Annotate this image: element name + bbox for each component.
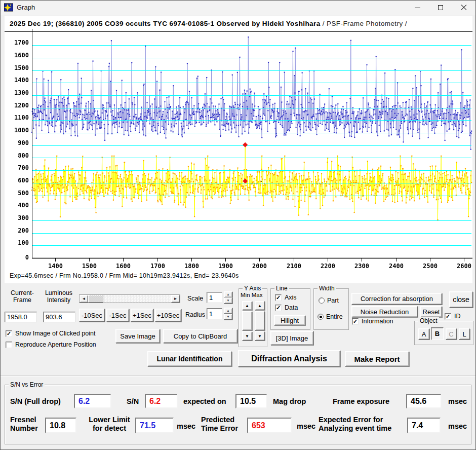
- scale-up-button[interactable]: ▲: [224, 291, 232, 297]
- ymin-up-button[interactable]: ▲: [242, 301, 252, 310]
- min-max-label: Min Max: [241, 292, 262, 298]
- predicted-time-error-label: PredictedTime Error: [201, 416, 238, 433]
- chart-title-main: 2025 Dec 19; (366810) 2005 CO39 occults …: [10, 20, 321, 27]
- expected-on-label: expected on: [183, 397, 226, 406]
- msec-label-1: msec: [448, 397, 467, 406]
- radius-down-button[interactable]: ▼: [224, 314, 232, 320]
- luminous-intensity-input[interactable]: 903.6: [43, 312, 75, 322]
- scrollbar-right-arrow[interactable]: ►: [171, 295, 180, 303]
- minus-10sec-button[interactable]: -10Sec: [79, 309, 105, 322]
- minimize-icon: [415, 8, 420, 8]
- fresnel-number-label: FresnelNumber: [10, 416, 38, 433]
- make-report-button[interactable]: Make Report: [345, 351, 409, 366]
- current-frame-input[interactable]: 1958.0: [5, 312, 37, 322]
- object-l-button[interactable]: L: [459, 328, 470, 340]
- current-frame-label: Current-Frame: [5, 289, 40, 304]
- y-axis-group: Y Axis Min Max ▲ ▼ ▲ ▼: [239, 288, 267, 347]
- sn-label: S/N: [127, 397, 139, 406]
- frame-exposure-field[interactable]: 45.6: [406, 394, 442, 408]
- maximize-icon: [438, 5, 443, 10]
- mag-drop-label: Mag drop: [273, 397, 306, 406]
- hilight-button[interactable]: Hilight: [274, 315, 305, 325]
- ymin-down-button[interactable]: ▼: [242, 331, 252, 341]
- 3d-image-button[interactable]: [3D] Image: [270, 331, 313, 345]
- object-a-button[interactable]: A: [418, 328, 429, 340]
- panel-separator: [1, 376, 475, 377]
- plus-10sec-button[interactable]: +10Sec: [155, 309, 181, 322]
- lower-limit-field[interactable]: 71.5: [135, 418, 174, 433]
- diffraction-analysis-button[interactable]: Diffraction Analysis: [238, 350, 340, 367]
- plus-1sec-button[interactable]: +1Sec: [131, 309, 153, 322]
- data-checkbox[interactable]: ✓ Data: [275, 305, 298, 311]
- reset-button[interactable]: Reset: [420, 306, 442, 317]
- fresnel-number-field[interactable]: 10.8: [45, 418, 76, 433]
- expected-error-label: Expected Error forAnalyzing event time: [319, 416, 391, 433]
- sn-field[interactable]: 6.2: [145, 394, 178, 408]
- sn-full-drop-field[interactable]: 6.2: [74, 394, 111, 408]
- close-button[interactable]: close: [449, 291, 473, 308]
- scrollbar-left-arrow[interactable]: ◄: [80, 295, 88, 303]
- radius-label: Radius: [185, 311, 205, 318]
- show-image-checkbox[interactable]: ✓ Show Image of Clicked point: [6, 330, 95, 337]
- msec-label-2: msec: [177, 422, 195, 431]
- scale-down-button[interactable]: ▼: [224, 297, 232, 304]
- object-b-button[interactable]: B: [431, 327, 444, 340]
- close-window-button[interactable]: [452, 1, 475, 15]
- correction-absorption-button[interactable]: Correction for absorption: [351, 293, 442, 305]
- reproduce-aperture-checkbox[interactable]: Reproduce Aperture Position: [6, 342, 96, 348]
- scale-spinner: ▲ ▼: [224, 291, 232, 304]
- width-group: Width Part Entire: [313, 288, 349, 330]
- frame-status-line: Exp=45.6msec / Frm No.1958.0 / Frm Mid= …: [10, 272, 239, 279]
- copy-to-clipboard-button[interactable]: Copy to ClipBoard: [163, 329, 237, 343]
- msec-label-4: msec: [448, 422, 467, 431]
- line-group: Line ✓ Axis ✓ Data Hilight: [270, 288, 310, 330]
- ymax-down-button[interactable]: ▼: [255, 331, 265, 341]
- part-radio[interactable]: Part: [319, 297, 339, 304]
- frame-exposure-label: Frame exposure: [333, 397, 389, 406]
- ymin-track[interactable]: [242, 311, 252, 330]
- scale-label: Scale: [187, 295, 203, 302]
- close-icon: [461, 5, 467, 11]
- id-checkbox[interactable]: ✓ ID: [445, 313, 461, 320]
- graph-window: Graph 2025 Dec 19; (366810) 2005 CO39 oc…: [0, 0, 476, 450]
- window-title: Graph: [17, 4, 35, 11]
- title-bar[interactable]: Graph: [1, 1, 475, 15]
- sn-full-drop-label: S/N (Full drop): [10, 397, 61, 406]
- entire-radio[interactable]: Entire: [318, 313, 343, 320]
- lunar-identification-button[interactable]: Lunar Identification: [147, 351, 232, 366]
- frame-scrollbar[interactable]: ◄ ►: [79, 294, 180, 303]
- maximize-button[interactable]: [429, 1, 452, 15]
- minimize-button[interactable]: [406, 1, 429, 15]
- chart-panel: 2025 Dec 19; (366810) 2005 CO39 occults …: [5, 16, 472, 283]
- object-c-button: C: [446, 328, 457, 340]
- axis-checkbox[interactable]: ✓ Axis: [275, 294, 297, 301]
- scrollbar-thumb[interactable]: [88, 295, 103, 303]
- minus-1sec-button[interactable]: -1Sec: [106, 309, 129, 322]
- chart-title-suffix: / PSF-Frame Photometry /: [321, 20, 407, 27]
- save-image-button[interactable]: Save Image: [115, 329, 160, 343]
- information-checkbox[interactable]: ✓ Information: [352, 318, 393, 325]
- predicted-time-error-field[interactable]: 653: [247, 418, 292, 433]
- expected-error-field[interactable]: 7.4: [407, 418, 441, 433]
- lightcurve-plot-canvas[interactable]: [5, 29, 472, 272]
- scale-input[interactable]: 1: [207, 292, 222, 303]
- luminous-intensity-label: LuminousIntensity: [41, 289, 76, 304]
- lower-limit-label: Lower Limitfor detect: [84, 416, 135, 433]
- ymax-track[interactable]: [255, 311, 265, 330]
- expected-on-field[interactable]: 10.5: [235, 394, 267, 408]
- noise-reduction-button[interactable]: Noise Reduction: [351, 306, 418, 317]
- radius-up-button[interactable]: ▲: [224, 308, 232, 314]
- msec-label-3: msec: [297, 422, 315, 431]
- object-group: Object A B C L: [414, 321, 473, 345]
- app-icon: [4, 3, 13, 12]
- radius-spinner: ▲ ▼: [224, 308, 232, 320]
- chart-title: 2025 Dec 19; (366810) 2005 CO39 occults …: [10, 20, 407, 27]
- ymax-up-button[interactable]: ▲: [255, 301, 265, 310]
- sn-vs-error-group: S/N vs Error S/N (Full drop) 6.2 S/N 6.2…: [5, 385, 471, 444]
- radius-input[interactable]: 1: [207, 308, 222, 319]
